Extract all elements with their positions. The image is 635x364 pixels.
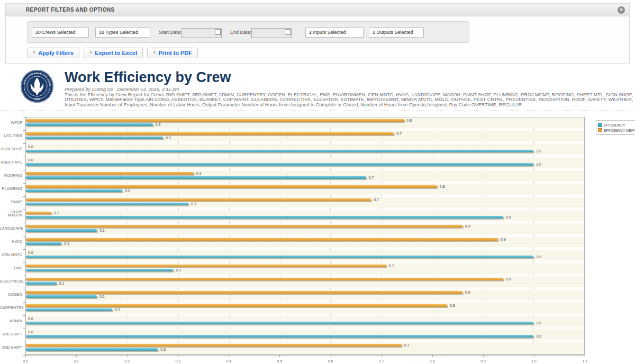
y-axis-tick [23, 183, 25, 184]
bar-value-label: 0.0 [28, 330, 33, 334]
efficiency-deficit-bar-track: 0.0 [26, 159, 584, 161]
efficiency-deficit-bar[interactable] [26, 238, 498, 241]
efficiency-deficit-bar[interactable] [26, 172, 194, 175]
y-axis-label: ELECTRICAL [0, 276, 22, 286]
efficiency-bar[interactable] [26, 189, 122, 192]
filter-panel-header[interactable]: REPORT FILTERS AND OPTIONS ▼ [6, 4, 629, 16]
crews-selected-input[interactable] [32, 28, 89, 38]
apply-filters-button[interactable]: ^ Apply Filters [27, 48, 79, 58]
efficiency-bar[interactable] [26, 150, 533, 152]
section-divider [2, 111, 633, 111]
category-row: 0.01.0 [26, 250, 584, 263]
efficiency-bar[interactable] [26, 295, 97, 298]
filter-panel-body: Start Date: End Date: ^ [6, 16, 629, 63]
report-titles: Work Efficiency by Crew Prepared by Cuon… [65, 69, 633, 108]
efficiency-deficit-bar[interactable] [26, 132, 394, 135]
efficiency-deficit-bar[interactable] [26, 304, 447, 307]
efficiency-bar[interactable] [26, 335, 533, 338]
efficiency-deficit-bar[interactable] [26, 344, 402, 347]
y-axis-tick [23, 223, 25, 223]
efficiency-bar-track: 1.0 [26, 335, 584, 338]
efficiency-deficit-bar-track: 0.1 [26, 212, 584, 214]
bar-value-label: 1.0 [536, 162, 541, 166]
efficiency-bar[interactable] [26, 256, 533, 258]
y-axis-tick [23, 289, 25, 289]
efficiency-bar[interactable] [26, 242, 61, 245]
y-axis-label: EMS [0, 263, 22, 273]
bar-value-label: 0.8 [407, 119, 412, 122]
efficiency-bar-track: 0.3 [26, 203, 584, 205]
efficiency-deficit-bar[interactable] [26, 212, 51, 214]
inputs-selected-input[interactable] [305, 28, 364, 38]
x-axis-tick [483, 356, 484, 357]
caret-up-icon: ^ [89, 50, 92, 56]
efficiency-bar[interactable] [26, 203, 188, 205]
efficiency-deficit-bar-track: 0.0 [26, 145, 584, 148]
collapse-panel-icon[interactable]: ▼ [618, 6, 625, 14]
efficiency-bar-track: 0.3 [26, 136, 584, 139]
types-selected-input[interactable] [95, 28, 150, 38]
bar-value-label: 0.2 [125, 189, 130, 193]
bar-value-label: 1.0 [536, 149, 541, 153]
efficiency-bar-track: 0.7 [26, 176, 584, 179]
start-date-label: Start Date: [159, 30, 182, 35]
efficiency-bar[interactable] [26, 308, 112, 311]
efficiency-deficit-bar[interactable] [26, 198, 371, 201]
caret-up-icon: ^ [33, 50, 35, 56]
x-axis-tick [331, 356, 331, 357]
y-axis-tick [23, 342, 25, 342]
efficiency-bar[interactable] [26, 216, 503, 219]
y-axis-label: HVAC [0, 236, 22, 247]
efficiency-bar[interactable] [26, 282, 57, 285]
efficiency-deficit-bar[interactable] [26, 185, 437, 188]
efficiency-bar-track: 0.9 [26, 216, 584, 219]
outputs-selected-input[interactable] [369, 28, 424, 38]
efficiency-deficit-bar[interactable] [26, 265, 386, 267]
x-axis-tick [76, 356, 77, 357]
efficiency-deficit-bar-track: 0.8 [26, 119, 584, 122]
calendar-icon[interactable] [215, 29, 221, 35]
bar-value-label: 0.7 [389, 264, 394, 268]
efficiency-bar[interactable] [26, 322, 533, 324]
bar-value-label: 0.7 [396, 132, 402, 135]
efficiency-bar[interactable] [26, 163, 533, 166]
y-axis-tick [23, 130, 25, 131]
calendar-icon[interactable] [285, 29, 291, 35]
efficiency-deficit-bar-track: 0.7 [26, 132, 584, 135]
bar-value-label: 0.9 [501, 238, 506, 241]
efficiency-deficit-bar-track: 0.0 [26, 317, 584, 320]
efficiency-bar[interactable] [26, 176, 366, 179]
bar-value-label: 0.0 [28, 158, 33, 162]
export-to-excel-button[interactable]: ^ Export to Excel [84, 48, 143, 58]
category-row: 0.10.9 [26, 210, 584, 223]
efficiency-deficit-bar[interactable] [26, 291, 462, 294]
x-axis-tick-label: 0.0 [20, 359, 31, 363]
page: REPORT FILTERS AND OPTIONS ▼ Start Date:… [0, 3, 635, 364]
y-axis-label: 2ND SHIFT [0, 342, 22, 352]
legend-label: EFFICIENCY [604, 123, 625, 127]
report-description: This is the Efficiency by Crew Report fo… [65, 93, 633, 108]
bar-value-label: 0.9 [465, 290, 470, 294]
efficiency-deficit-bar-track: 0.7 [26, 344, 584, 347]
efficiency-bar[interactable] [26, 229, 97, 232]
efficiency-deficit-bar[interactable] [26, 225, 462, 228]
bar-value-label: 0.1 [99, 295, 105, 298]
efficiency-bar[interactable] [26, 123, 153, 126]
filter-buttons-row: ^ Apply Filters ^ Export to Excel ^ Prin… [27, 48, 629, 58]
efficiency-bar[interactable] [26, 136, 163, 139]
y-axis-label: 3RD SHIFT [0, 329, 22, 339]
efficiency-bar[interactable] [26, 348, 158, 351]
x-axis-tick [382, 356, 382, 357]
efficiency-deficit-bar-track: 0.7 [26, 265, 584, 267]
efficiency-deficit-bar[interactable] [26, 119, 404, 122]
efficiency-bar-track: 1.0 [26, 150, 584, 152]
print-to-pdf-label: Print to PDF [159, 50, 193, 56]
efficiency-deficit-bar[interactable] [26, 278, 503, 280]
x-axis-tick-label: 0.4 [223, 359, 234, 363]
print-to-pdf-button[interactable]: ^ Print to PDF [147, 48, 198, 58]
efficiency-bar[interactable] [26, 269, 173, 271]
x-axis-tick-label: 0.8 [427, 359, 438, 363]
chart-legend: EFFICIENCYEFFICIENCY DEFICIT [596, 120, 635, 135]
category-row: 0.01.0 [26, 157, 584, 170]
bar-value-label: 0.1 [64, 242, 69, 245]
